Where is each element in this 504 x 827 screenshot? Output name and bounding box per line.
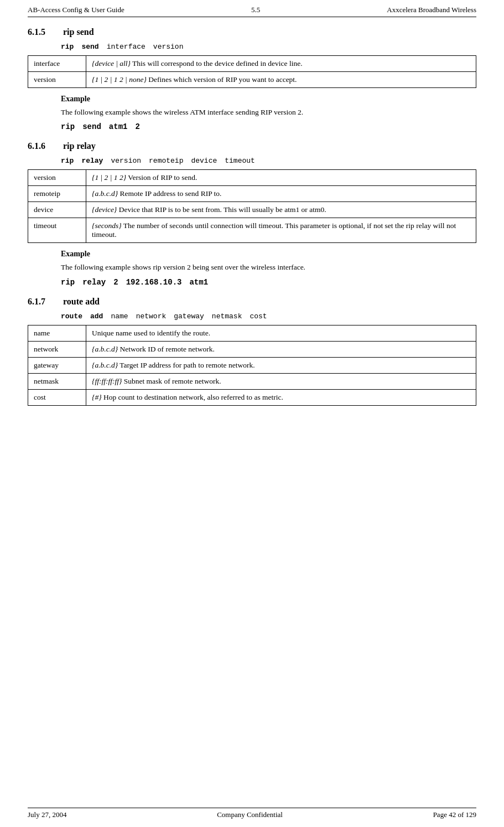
cmd-syntax-6.1.7: routeaddnamenetworkgatewaynetmaskcost	[61, 312, 476, 321]
param-desc: {a.b.c.d} Target IP address for path to …	[86, 357, 476, 373]
example-cmd-word: atm1	[109, 122, 128, 131]
section-heading-6.1.6: 6.1.6 rip relay	[28, 141, 476, 151]
param-desc: {#} Hop count to destination network, al…	[86, 389, 476, 405]
example-cmd-word: 192.168.10.3	[126, 278, 182, 287]
example-cmd-word: 2	[113, 278, 118, 287]
example-cmd-word: send	[82, 122, 101, 131]
table-row: gateway{a.b.c.d} Target IP address for p…	[28, 357, 476, 373]
param-values: {device | all}	[92, 59, 131, 68]
param-name: netmask	[28, 373, 86, 389]
param-desc: {seconds} The number of seconds until co…	[86, 218, 476, 243]
table-row: network{a.b.c.d} Network ID of remote ne…	[28, 341, 476, 357]
header-center: 5.5	[251, 6, 260, 14]
footer-center: Company Confidential	[217, 810, 283, 819]
section-heading-6.1.5: 6.1.5 rip send	[28, 27, 476, 37]
page-footer: July 27, 2004 Company Confidential Page …	[28, 808, 476, 819]
example-cmd-6.1.6: riprelay2192.168.10.3atm1	[61, 278, 476, 287]
param-name: remoteip	[28, 186, 86, 202]
param-values: {#}	[92, 393, 102, 401]
cmd-param: version	[153, 43, 184, 51]
cmd-param: version	[111, 157, 141, 165]
table-row: nameUnique name used to identify the rou…	[28, 325, 476, 341]
cmd-param: netmask	[212, 312, 242, 321]
cmd-param: cost	[250, 312, 267, 321]
param-desc: {device} Device that RIP is to be sent f…	[86, 202, 476, 218]
param-values: {1 | 2 | 1 2}	[92, 173, 126, 182]
param-name: name	[28, 325, 86, 341]
cmd-param: timeout	[225, 157, 255, 165]
section-number: 6.1.6	[28, 141, 45, 151]
param-values: {a.b.c.d}	[92, 361, 118, 369]
param-name: interface	[28, 56, 86, 72]
param-values: {device}	[92, 205, 117, 214]
param-name: gateway	[28, 357, 86, 373]
param-desc: {device | all} This will correspond to t…	[86, 56, 476, 72]
param-desc: Unique name used to identify the route.	[86, 325, 476, 341]
cmd-word: relay	[81, 157, 103, 165]
table-row: remoteip{a.b.c.d} Remote IP address to s…	[28, 186, 476, 202]
section-number: 6.1.7	[28, 297, 45, 306]
param-table-6.1.7: nameUnique name used to identify the rou…	[28, 325, 476, 406]
param-name: version	[28, 72, 86, 88]
param-table-6.1.6: version{1 | 2 | 1 2} Version of RIP to s…	[28, 169, 476, 243]
param-desc: {1 | 2 | 1 2} Version of RIP to send.	[86, 170, 476, 186]
table-row: netmask{ff:ff:ff:ff} Subnet mask of remo…	[28, 373, 476, 389]
param-desc: {ff:ff:ff:ff} Subnet mask of remote netw…	[86, 373, 476, 389]
param-name: cost	[28, 389, 86, 405]
table-row: version{1 | 2 | 1 2} Version of RIP to s…	[28, 170, 476, 186]
example-cmd-word: 2	[135, 122, 139, 131]
example-cmd-word: rip	[61, 122, 75, 131]
table-row: version{1 | 2 | 1 2 | none} Defines whic…	[28, 72, 476, 88]
main-content: 6.1.5 rip sendripsendinterfaceversionint…	[28, 27, 476, 406]
cmd-param: device	[191, 157, 217, 165]
example-cmd-6.1.5: ripsendatm12	[61, 122, 476, 131]
header-left: AB-Access Config & User Guide	[28, 6, 124, 14]
cmd-param: remoteip	[149, 157, 183, 165]
param-values: {seconds}	[92, 221, 122, 230]
cmd-word: add	[90, 312, 103, 321]
param-values: {1 | 2 | 1 2 | none}	[92, 75, 147, 84]
section-title: rip relay	[63, 141, 96, 151]
example-text-6.1.5: The following example shows the wireless…	[61, 107, 476, 118]
table-row: cost{#} Hop count to destination network…	[28, 389, 476, 405]
section-title: route add	[63, 297, 100, 306]
cmd-param: network	[136, 312, 167, 321]
param-name: device	[28, 202, 86, 218]
table-row: interface{device | all} This will corres…	[28, 56, 476, 72]
page-container: AB-Access Config & User Guide 5.5 Axxcel…	[0, 0, 504, 827]
footer-left: July 27, 2004	[28, 810, 66, 819]
example-cmd-word: rip	[61, 278, 75, 287]
table-row: device{device} Device that RIP is to be …	[28, 202, 476, 218]
table-row: timeout{seconds} The number of seconds u…	[28, 218, 476, 243]
param-values: {ff:ff:ff:ff}	[92, 377, 122, 385]
section-heading-6.1.7: 6.1.7 route add	[28, 297, 476, 307]
cmd-param: name	[111, 312, 128, 321]
param-desc: {1 | 2 | 1 2 | none} Defines which versi…	[86, 72, 476, 88]
section-number: 6.1.5	[28, 27, 45, 37]
example-cmd-word: atm1	[189, 278, 208, 287]
param-values: {a.b.c.d}	[92, 345, 118, 353]
example-text-6.1.6: The following example shows rip version …	[61, 262, 476, 273]
param-desc: {a.b.c.d} Remote IP address to send RIP …	[86, 186, 476, 202]
param-name: timeout	[28, 218, 86, 243]
page-header: AB-Access Config & User Guide 5.5 Axxcel…	[28, 6, 476, 17]
cmd-param: interface	[107, 43, 146, 51]
param-table-6.1.5: interface{device | all} This will corres…	[28, 55, 476, 88]
section-title: rip send	[63, 27, 94, 37]
cmd-param: gateway	[174, 312, 204, 321]
param-desc: {a.b.c.d} Network ID of remote network.	[86, 341, 476, 357]
cmd-word: rip	[61, 43, 74, 51]
header-right: Axxcelera Broadband Wireless	[387, 6, 476, 14]
cmd-word: send	[81, 43, 98, 51]
cmd-word: route	[61, 312, 82, 321]
example-heading-6.1.5: Example	[61, 95, 476, 104]
param-name: network	[28, 341, 86, 357]
cmd-syntax-6.1.6: riprelayversionremoteipdevicetimeout	[61, 157, 476, 165]
example-heading-6.1.6: Example	[61, 250, 476, 259]
param-name: version	[28, 170, 86, 186]
example-cmd-word: relay	[82, 278, 106, 287]
cmd-word: rip	[61, 157, 74, 165]
cmd-syntax-6.1.5: ripsendinterfaceversion	[61, 43, 476, 51]
footer-right: Page 42 of 129	[433, 810, 476, 819]
param-values: {a.b.c.d}	[92, 189, 118, 198]
